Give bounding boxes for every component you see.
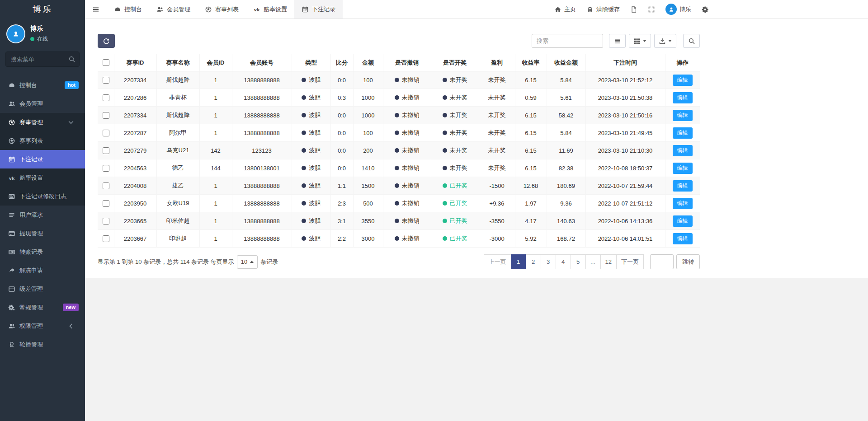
table-row: 2207287阿尔甲113888888888波胆0:0100未撤销未开奖未开奖6…: [98, 124, 700, 142]
column-header: 收益率: [515, 54, 547, 71]
edit-button[interactable]: 编辑: [673, 198, 693, 209]
columns-button[interactable]: [629, 34, 651, 48]
row-checkbox[interactable]: [103, 147, 109, 154]
status-dot-icon: [302, 95, 306, 100]
cancel-status: 未撤销: [395, 234, 420, 243]
sidebar-item-console[interactable]: 控制台hot: [0, 76, 85, 94]
refresh-button[interactable]: [98, 34, 115, 48]
page-button-12[interactable]: 12: [600, 254, 617, 269]
score-cell: 0:0: [330, 142, 353, 159]
row-checkbox[interactable]: [103, 77, 109, 84]
sidebar-item-odds-settings[interactable]: vk赔率设置: [0, 168, 85, 187]
edit-button[interactable]: 编辑: [673, 163, 693, 174]
account-menu[interactable]: 博乐: [665, 4, 691, 15]
badge-new: new: [63, 304, 79, 311]
status-dot-icon: [302, 131, 306, 135]
edit-button[interactable]: 编辑: [673, 215, 693, 227]
user-avatar[interactable]: [6, 24, 25, 43]
row-checkbox[interactable]: [103, 218, 109, 225]
row-checkbox[interactable]: [103, 94, 109, 101]
sidebar-item-bet-edit-log[interactable]: 下注记录修改日志: [0, 187, 85, 206]
sidebar-item-level[interactable]: 级差管理: [0, 280, 85, 298]
sidebar-item-transfer[interactable]: 转账记录: [0, 243, 85, 261]
hamburger-icon: [92, 6, 99, 13]
search-icon: [68, 56, 75, 63]
status-dot-icon: [302, 219, 306, 223]
tab-match-list[interactable]: 赛事列表: [198, 0, 246, 19]
page-jump-input[interactable]: [650, 254, 674, 269]
settings-button[interactable]: [702, 6, 709, 13]
sidebar-item-carousel[interactable]: 轮播管理: [0, 335, 85, 354]
profit-cell: -3000: [479, 230, 515, 248]
edit-button[interactable]: 编辑: [673, 127, 693, 139]
sidebar-item-unfreeze[interactable]: 解冻申请: [0, 261, 85, 280]
sidebar-item-general[interactable]: 常规管理new: [0, 298, 85, 317]
prev-page-button[interactable]: 上一页: [484, 254, 511, 269]
toggle-list-button[interactable]: [609, 34, 626, 48]
page-button-3[interactable]: 3: [541, 254, 556, 269]
edit-button[interactable]: 编辑: [673, 110, 693, 121]
member-account-cell: 13888888888: [232, 177, 292, 195]
member-account-cell: 13800138001: [232, 159, 292, 177]
cancel-status: 未撤销: [395, 129, 420, 137]
edit-button[interactable]: 编辑: [673, 75, 693, 86]
row-checkbox[interactable]: [103, 130, 109, 136]
next-page-button[interactable]: 下一页: [616, 254, 644, 269]
tab-bet-records[interactable]: 下注记录: [294, 0, 343, 19]
page-button-5[interactable]: 5: [571, 254, 586, 269]
row-checkbox[interactable]: [103, 112, 109, 119]
sidebar-item-match-list[interactable]: 赛事列表: [0, 131, 85, 150]
users-icon: [8, 323, 15, 330]
vk-icon: vk: [253, 6, 260, 13]
edit-button[interactable]: 编辑: [673, 145, 693, 156]
status-dot-icon: [395, 113, 399, 117]
row-checkbox[interactable]: [103, 200, 109, 207]
sidebar-item-bet-records[interactable]: 下注记录: [0, 150, 85, 168]
score-cell: 2:2: [330, 230, 353, 248]
status-label: 波胆: [309, 94, 321, 102]
user-status: 在线: [30, 35, 48, 43]
amount-cell: 3550: [353, 212, 383, 230]
match-id-cell: 2207287: [114, 124, 156, 142]
page-button-2[interactable]: 2: [526, 254, 541, 269]
table-row: 2207279乌克U21142123123波胆0:0200未撤销未开奖未开奖6.…: [98, 142, 700, 159]
select-all-checkbox[interactable]: [103, 59, 109, 66]
sidebar-item-permission[interactable]: 权限管理: [0, 317, 85, 335]
member-id-cell: 1: [199, 177, 232, 195]
topbar-right: 主页 清除缓存: [554, 0, 709, 19]
sidebar-item-members[interactable]: 会员管理: [0, 94, 85, 113]
status-label: 未开奖: [450, 111, 467, 119]
edit-button[interactable]: 编辑: [673, 233, 693, 244]
member-id-cell: 1: [199, 230, 232, 248]
page-button-4[interactable]: 4: [556, 254, 571, 269]
award-icon: [8, 341, 15, 348]
newspaper-icon: [8, 193, 15, 200]
edit-button[interactable]: 编辑: [673, 180, 693, 192]
page-jump-button[interactable]: 跳转: [676, 254, 700, 269]
sidebar-item-user-flow[interactable]: 用户流水: [0, 206, 85, 224]
sidebar-item-match-manage[interactable]: 赛事管理: [0, 113, 85, 131]
table-search-input[interactable]: [532, 34, 603, 48]
tab-members[interactable]: 会员管理: [149, 0, 198, 19]
clear-cache-link[interactable]: 清除缓存: [586, 5, 620, 14]
sidebar-item-withdraw[interactable]: 提现管理: [0, 224, 85, 243]
tab-odds-settings[interactable]: vk赔率设置: [246, 0, 294, 19]
status-dot-icon: [443, 166, 447, 170]
page-button-1[interactable]: 1: [511, 254, 526, 269]
home-link[interactable]: 主页: [554, 5, 576, 14]
page-size-select[interactable]: 10: [237, 255, 258, 269]
row-checkbox[interactable]: [103, 235, 109, 242]
page-ellipsis[interactable]: ...: [585, 254, 601, 269]
user-name: 博乐: [30, 25, 48, 33]
search-button[interactable]: [683, 34, 700, 48]
income-amount-cell: 5.84: [547, 71, 585, 89]
edit-button[interactable]: 编辑: [673, 92, 693, 103]
tab-console[interactable]: 控制台: [107, 0, 149, 19]
row-checkbox[interactable]: [103, 182, 109, 189]
fullscreen-button[interactable]: [648, 6, 655, 13]
hamburger-menu-icon[interactable]: [85, 0, 107, 19]
match-name-cell: 德乙: [156, 159, 199, 177]
export-button[interactable]: [654, 34, 676, 48]
docs-button[interactable]: [630, 6, 637, 13]
row-checkbox[interactable]: [103, 165, 109, 172]
